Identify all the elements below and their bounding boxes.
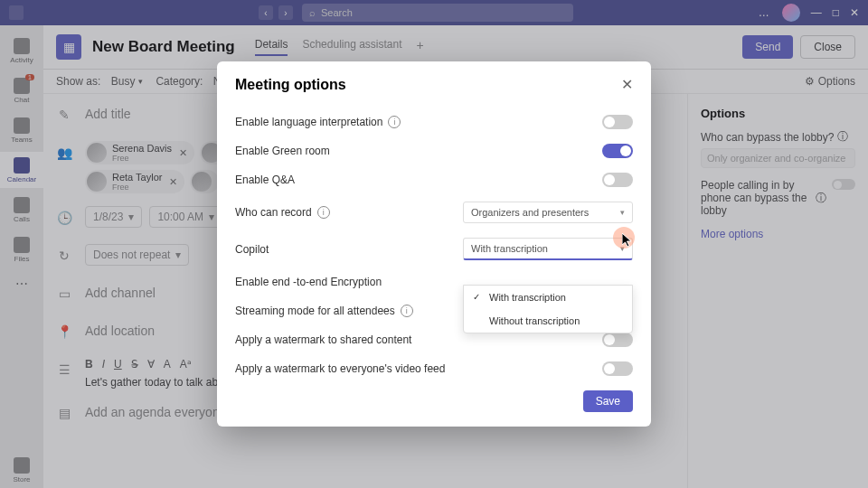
encryption-label: Enable end -to-end Encryption: [235, 276, 382, 288]
green-room-toggle[interactable]: [602, 144, 633, 158]
copilot-label: Copilot: [235, 243, 269, 256]
save-button[interactable]: Save: [583, 390, 633, 412]
watermark-shared-toggle[interactable]: [602, 333, 633, 347]
copilot-option-without-transcription[interactable]: Without transcription: [464, 309, 632, 333]
info-icon[interactable]: i: [317, 206, 330, 219]
info-icon[interactable]: i: [401, 305, 413, 317]
modal-title: Meeting options: [235, 77, 346, 93]
chevron-down-icon: ▾: [620, 208, 625, 217]
info-icon[interactable]: i: [388, 116, 401, 128]
copilot-dropdown-menu: With transcription Without transcription: [463, 285, 633, 333]
watermark-shared-label: Apply a watermark to shared content: [235, 333, 411, 346]
green-room-label: Enable Green room: [235, 145, 330, 157]
qa-label: Enable Q&A: [235, 174, 295, 186]
qa-toggle[interactable]: [602, 173, 633, 187]
watermark-video-toggle[interactable]: [602, 361, 633, 376]
chevron-down-icon: ▾: [620, 244, 625, 253]
who-can-record-select[interactable]: Organizers and presenters▾: [463, 202, 633, 223]
modal-close-button[interactable]: ✕: [621, 76, 633, 93]
copilot-select[interactable]: With transcription▾: [463, 238, 633, 260]
who-can-record-label: Who can record: [235, 206, 312, 219]
copilot-option-with-transcription[interactable]: With transcription: [464, 286, 632, 309]
language-interpretation-toggle[interactable]: [602, 115, 633, 129]
meeting-options-modal: Meeting options ✕ Enable language interp…: [217, 61, 651, 427]
watermark-video-label: Apply a watermark to everyone's video fe…: [235, 362, 445, 375]
streaming-label: Streaming mode for all attendees: [235, 305, 395, 317]
language-interpretation-label: Enable language interpretation: [235, 116, 382, 128]
